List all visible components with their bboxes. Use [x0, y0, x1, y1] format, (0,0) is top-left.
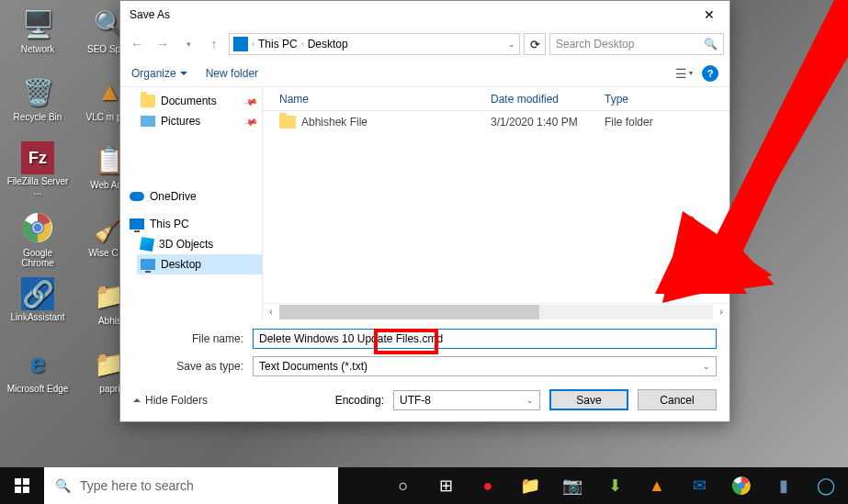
column-type[interactable]: Type — [605, 93, 729, 106]
search-icon: 🔍 — [704, 38, 718, 50]
folder-icon — [279, 116, 296, 129]
save-type-label: Save as type: — [133, 360, 253, 373]
file-row[interactable]: Abhishek File 3/1/2020 1:40 PM File fold… — [263, 111, 729, 133]
scroll-left-button[interactable]: ‹ — [263, 304, 279, 320]
back-button[interactable]: ← — [126, 33, 148, 55]
3d-objects-icon — [140, 237, 154, 252]
nav-this-pc[interactable]: This PC — [126, 214, 262, 234]
refresh-button[interactable]: ⟳ — [524, 33, 546, 55]
search-box[interactable]: Search Desktop 🔍 — [549, 33, 724, 55]
file-list[interactable]: Abhishek File 3/1/2020 1:40 PM File fold… — [263, 111, 729, 303]
hide-folders-button[interactable]: Hide Folders — [133, 394, 208, 407]
chevron-right-icon: › — [301, 39, 304, 49]
navigation-pane[interactable]: Documents 📌 Pictures 📌 OneDrive This PC … — [120, 87, 263, 319]
list-header: Name Date modified Type — [263, 87, 729, 111]
desktop-icon-chrome[interactable]: Google Chrome — [6, 209, 70, 274]
taskbar-idm[interactable]: ⬇ — [594, 467, 635, 504]
search-placeholder: Type here to search — [80, 478, 194, 493]
scroll-right-button[interactable]: › — [713, 304, 729, 320]
file-name-input[interactable] — [253, 329, 717, 349]
nav-3d-objects[interactable]: 3D Objects — [137, 234, 262, 254]
address-dropdown-icon[interactable]: ⌄ — [508, 39, 515, 49]
taskbar-app[interactable]: ▮ — [763, 467, 804, 504]
nav-pictures[interactable]: Pictures 📌 — [137, 111, 262, 131]
this-pc-icon — [130, 218, 144, 230]
dialog-title: Save As — [130, 8, 170, 21]
task-view-icon[interactable]: ⊞ — [425, 467, 466, 504]
save-as-dialog: Save As ✕ ← → ▾ ↑ › This PC › Desktop ⌄ … — [119, 0, 730, 422]
svg-rect-10 — [15, 487, 21, 493]
desktop-icon-network[interactable]: 🖥️Network — [6, 6, 70, 70]
save-button[interactable]: Save — [549, 389, 628, 410]
desktop-icon-linkassist[interactable]: 🔗LinkAssistant — [6, 277, 70, 342]
close-button[interactable]: ✕ — [688, 1, 729, 28]
desktop-icon-filezilla[interactable]: FzFileZilla Server ... — [6, 141, 70, 206]
cortana-icon[interactable]: ○ — [383, 467, 424, 504]
nav-onedrive[interactable]: OneDrive — [126, 186, 262, 207]
svg-point-4 — [34, 224, 42, 232]
pictures-icon — [141, 116, 155, 127]
search-icon: 🔍 — [55, 478, 71, 493]
taskbar: 🔍 Type here to search ○ ⊞ ● 📁 📷 ⬇ ▲ ✉ ▮ … — [0, 467, 848, 504]
chevron-down-icon: ⌄ — [526, 396, 534, 405]
svg-point-13 — [738, 482, 744, 488]
taskbar-camera[interactable]: 📷 — [552, 467, 593, 504]
horizontal-scrollbar[interactable]: ‹ › — [263, 303, 729, 319]
chevron-down-icon: ⌄ — [703, 362, 710, 371]
svg-rect-11 — [23, 487, 29, 493]
folder-icon — [141, 95, 155, 107]
start-button[interactable] — [0, 467, 44, 504]
breadcrumb-root[interactable]: This PC — [258, 38, 298, 50]
svg-rect-8 — [15, 478, 21, 485]
titlebar: Save As ✕ — [120, 1, 729, 28]
taskbar-mail[interactable]: ✉ — [679, 467, 719, 504]
recent-locations-button[interactable]: ▾ — [177, 33, 199, 55]
desktop-icon-edge[interactable]: eMicrosoft Edge — [6, 345, 70, 409]
pin-icon: 📌 — [243, 114, 258, 129]
desktop-icon — [141, 259, 155, 270]
column-date[interactable]: Date modified — [491, 93, 605, 106]
address-bar[interactable]: › This PC › Desktop ⌄ — [229, 33, 520, 55]
toolbar: Organize New folder ☰▾ ? — [120, 60, 729, 87]
encoding-select[interactable]: UTF-8 ⌄ — [393, 390, 540, 410]
search-placeholder: Search Desktop — [556, 38, 634, 50]
file-name-label: File name: — [133, 332, 253, 345]
up-button[interactable]: ↑ — [203, 33, 225, 55]
taskbar-chrome[interactable] — [721, 467, 762, 504]
taskbar-vlc[interactable]: ▲ — [637, 467, 677, 504]
save-type-select[interactable]: Text Documents (*.txt) ⌄ — [253, 356, 717, 376]
pin-icon: 📌 — [243, 94, 258, 108]
svg-rect-9 — [23, 478, 29, 485]
taskbar-explorer[interactable]: 📁 — [510, 467, 550, 504]
column-name[interactable]: Name — [263, 93, 491, 106]
view-options-button[interactable]: ☰▾ — [675, 66, 693, 81]
taskbar-app2[interactable]: ◯ — [806, 467, 846, 504]
new-folder-button[interactable]: New folder — [206, 67, 258, 80]
desktop-icon-recycle[interactable]: 🗑️Recycle Bin — [6, 73, 70, 138]
taskbar-opera[interactable]: ● — [468, 467, 508, 504]
forward-button[interactable]: → — [152, 33, 174, 55]
onedrive-icon — [130, 192, 144, 201]
breadcrumb-current[interactable]: Desktop — [308, 38, 348, 50]
encoding-label: Encoding: — [335, 394, 384, 407]
nav-desktop[interactable]: Desktop — [137, 254, 262, 274]
this-pc-icon — [233, 37, 248, 51]
nav-row: ← → ▾ ↑ › This PC › Desktop ⌄ ⟳ Search D… — [120, 28, 729, 60]
help-button[interactable]: ? — [702, 65, 718, 82]
scroll-thumb[interactable] — [279, 305, 539, 319]
chevron-right-icon: › — [252, 39, 254, 49]
nav-documents[interactable]: Documents 📌 — [137, 91, 262, 111]
cancel-button[interactable]: Cancel — [638, 389, 717, 410]
taskbar-search[interactable]: 🔍 Type here to search — [44, 467, 338, 504]
organize-menu[interactable]: Organize — [131, 67, 187, 80]
scroll-track[interactable] — [279, 305, 713, 319]
